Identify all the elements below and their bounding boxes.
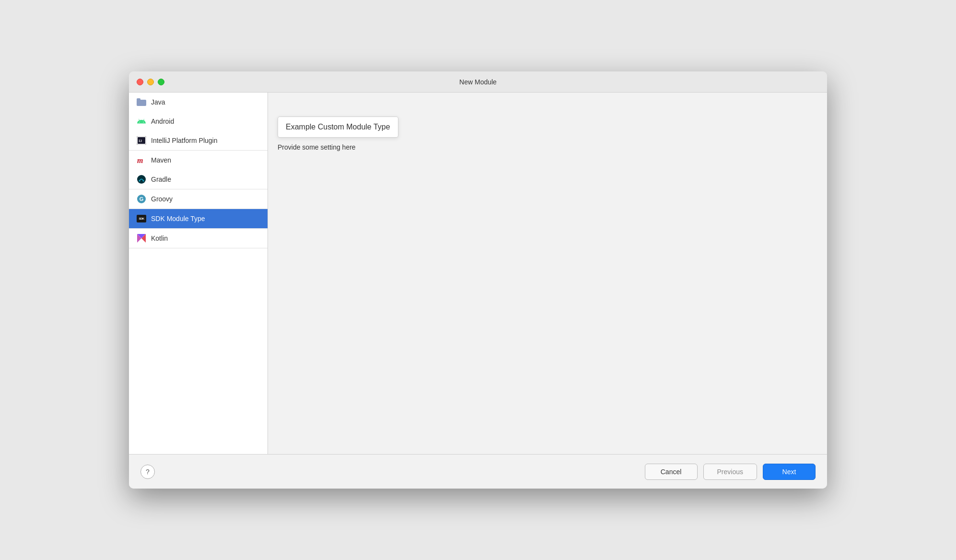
- bottom-buttons: Cancel Previous Next: [645, 464, 816, 480]
- svg-point-7: [139, 180, 140, 182]
- sdk-module-type-label: SDK Module Type: [151, 215, 205, 222]
- bottom-bar: ? Cancel Previous Next: [129, 454, 827, 489]
- intellij-icon: IJ: [137, 136, 146, 145]
- sidebar-group-4: SDK SDK Module Type: [129, 209, 268, 229]
- intellij-label: IntelliJ Platform Plugin: [151, 137, 218, 144]
- java-icon: [137, 97, 146, 107]
- previous-button[interactable]: Previous: [703, 464, 757, 480]
- minimize-button[interactable]: [147, 79, 154, 85]
- sidebar-group-1: Java Android IJ: [129, 93, 268, 151]
- traffic-lights: [137, 79, 164, 85]
- maven-label: Maven: [151, 156, 171, 164]
- module-type-title: Example Custom Module Type: [278, 117, 398, 138]
- sidebar-group-5: Kotlin: [129, 229, 268, 248]
- sidebar-item-kotlin[interactable]: Kotlin: [129, 229, 268, 248]
- groovy-icon: G: [137, 194, 146, 204]
- help-button[interactable]: ?: [140, 465, 155, 479]
- setting-description: Provide some setting here: [278, 143, 817, 151]
- gradle-icon: [137, 175, 146, 184]
- maximize-button[interactable]: [158, 79, 164, 85]
- content-area: Java Android IJ: [129, 93, 827, 454]
- sidebar-item-groovy[interactable]: G Groovy: [129, 189, 268, 209]
- sidebar-item-intellij[interactable]: IJ IntelliJ Platform Plugin: [129, 131, 268, 150]
- kotlin-label: Kotlin: [151, 234, 168, 242]
- sidebar-item-maven[interactable]: m Maven: [129, 151, 268, 170]
- svg-text:IJ: IJ: [139, 139, 142, 142]
- sidebar-group-3: G Groovy: [129, 189, 268, 209]
- kotlin-icon: [137, 233, 146, 243]
- sidebar-group-2: m Maven Gradle: [129, 151, 268, 189]
- main-content: Example Custom Module Type Provide some …: [268, 93, 827, 454]
- sidebar-item-android[interactable]: Android: [129, 112, 268, 131]
- help-icon: ?: [146, 468, 150, 476]
- android-label: Android: [151, 117, 174, 125]
- groovy-label: Groovy: [151, 195, 173, 203]
- java-label: Java: [151, 98, 165, 106]
- next-button[interactable]: Next: [763, 464, 816, 480]
- sidebar-item-gradle[interactable]: Gradle: [129, 170, 268, 189]
- title-bar: New Module: [129, 71, 827, 93]
- android-icon: [137, 117, 146, 126]
- sidebar-item-java[interactable]: Java: [129, 93, 268, 112]
- maven-icon: m: [137, 155, 146, 165]
- gradle-label: Gradle: [151, 175, 171, 183]
- svg-text:m: m: [137, 156, 143, 164]
- sidebar: Java Android IJ: [129, 93, 268, 454]
- new-module-dialog: New Module Java: [129, 71, 827, 489]
- window-title: New Module: [459, 78, 497, 86]
- sdk-icon: SDK: [137, 214, 146, 223]
- close-button[interactable]: [137, 79, 143, 85]
- cancel-button[interactable]: Cancel: [645, 464, 698, 480]
- svg-rect-1: [137, 98, 140, 101]
- svg-point-8: [143, 180, 144, 182]
- sidebar-item-sdk-module-type[interactable]: SDK SDK Module Type: [129, 209, 268, 228]
